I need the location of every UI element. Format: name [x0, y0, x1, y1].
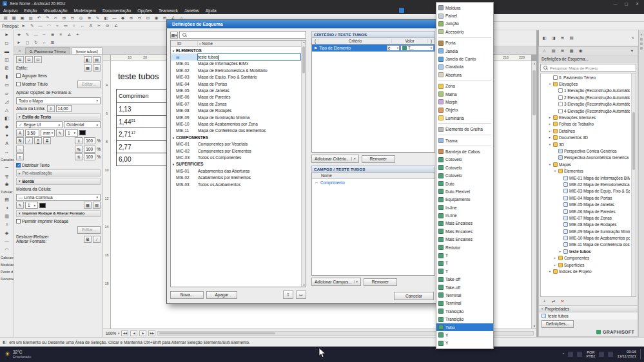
border-color-chip[interactable] [39, 203, 46, 208]
duct-terminal-tool-icon[interactable]: ▥ [3, 212, 12, 220]
scheme-list-row[interactable]: teste tubos [171, 53, 306, 60]
popup-menu-item[interactable]: Cotovelo [436, 164, 493, 171]
equipment-tool-icon[interactable]: ◈ [3, 229, 12, 237]
adicionar-criterio-button[interactable]: Adicionar Critério...▾ [311, 155, 359, 163]
agrupar-itens-checkbox[interactable] [16, 73, 21, 78]
tree-item[interactable]: ▾ Elevações [542, 81, 630, 87]
clone-folder-icon[interactable]: ⇄ [550, 298, 557, 305]
scheme-list-row[interactable]: MIE-09 Mapa de Iluminação Mínima [171, 114, 306, 120]
scroll-up-icon[interactable]: ▲ [532, 62, 537, 65]
previsualizacao-section[interactable]: ▸ Pré-visualização [16, 169, 101, 176]
scrollbar-thumb[interactable] [302, 46, 305, 73]
prev-page-icon[interactable]: ◀ [130, 330, 137, 336]
popup-menu-item[interactable]: Morph [436, 98, 493, 106]
add-item-icon[interactable]: + [541, 298, 548, 305]
pen-select[interactable]: 1 [65, 129, 78, 137]
apagar-button[interactable]: Apagar [206, 291, 237, 299]
document-vertical-scrollbar[interactable]: ▲ ▼ [531, 61, 536, 329]
dialog-titlebar[interactable]: Definições de Esquema [167, 20, 438, 28]
line-spacing-input[interactable] [84, 153, 95, 160]
pen-color-icon[interactable]: ✎ [24, 32, 31, 38]
editar-rodape-button[interactable]: Editar... [77, 226, 101, 234]
toolbox-group-label[interactable]: Cabeam [0, 254, 14, 261]
popup-menu-item[interactable]: Junção [436, 20, 493, 28]
tree-item[interactable]: MIE-08 Mapa de Rodapés [542, 222, 630, 228]
tree-expand-icon[interactable]: ▾ [548, 270, 552, 273]
angle-icon[interactable]: ∠ [66, 32, 73, 38]
popup-menu-item[interactable]: Zona [436, 82, 493, 90]
tree-item[interactable]: ▸ Detalhes [542, 128, 630, 134]
tree-expand-icon[interactable]: ▸ [548, 129, 552, 133]
popup-menu-item[interactable]: Abertura [436, 71, 493, 79]
duct-fitting-tool-icon[interactable]: ◑ [3, 204, 12, 212]
tree-item[interactable]: 1 Elevação (Reconstrução Automática do M… [542, 88, 630, 94]
split-icon[interactable]: ⊘ [104, 23, 111, 29]
unit-select[interactable]: mm [41, 129, 55, 137]
tree-item[interactable]: ▾ Índices de Projeto [542, 268, 630, 274]
adicionar-campos-button[interactable]: Adicionar Campos...▾ [311, 278, 361, 286]
first-page-icon[interactable]: ◀◀ [121, 330, 128, 336]
font-size-input[interactable] [25, 129, 39, 137]
trim-icon[interactable]: ✂ [95, 23, 102, 29]
cut-icon[interactable]: ✂ [52, 15, 59, 21]
toolbox-group-label[interactable]: Modelas [0, 261, 14, 268]
navigator-options-icon[interactable]: ▾ [629, 48, 636, 54]
scheme-list-row[interactable]: MIC-02 Componentes por Elementos [171, 148, 306, 154]
coords-icon[interactable]: + [74, 32, 81, 38]
orbit-icon[interactable]: ◉ [153, 15, 160, 21]
aplicar-formato-select[interactable]: Todo o Mapa [16, 97, 101, 104]
tree-item[interactable]: ▸ Documentos 3D [542, 135, 630, 141]
split-cells-icon[interactable]: ⊟ [25, 56, 33, 63]
line-2d-tool-icon[interactable]: — [3, 237, 12, 245]
layouts-icon[interactable]: ⊞ [559, 35, 566, 41]
menu-item[interactable]: Ajuda [202, 8, 220, 13]
view-map-icon[interactable]: ▤ [550, 48, 557, 54]
schedule-preview[interactable]: teste tubos Comprimen 1,13 1,4451 2,7117… [116, 65, 171, 166]
dimension-tool-icon[interactable]: ↔ [3, 148, 12, 156]
project-map-icon[interactable]: ⌂ [541, 48, 548, 54]
tree-item[interactable]: MIE-01 Mapa de Informações BIMx [542, 175, 630, 181]
tree-item[interactable]: MIE-04 Mapa de Portas [542, 195, 630, 201]
popup-menu-item[interactable]: T [436, 267, 493, 275]
distribuir-texto-checkbox[interactable] [16, 163, 21, 167]
toolbox-group-label[interactable]: Docume [0, 275, 14, 282]
dropdown-icon[interactable]: ▾ [351, 157, 355, 160]
popup-menu-item[interactable]: Terminal [436, 291, 493, 299]
tree-expand-icon[interactable]: ▾ [548, 143, 552, 146]
layers-icon[interactable]: ≣ [86, 15, 93, 21]
grid-icon[interactable]: ⊞ [49, 39, 56, 46]
text-icon[interactable]: A [87, 23, 94, 29]
letter-spacing-input[interactable] [84, 146, 95, 153]
border-pen-select[interactable]: 1 [25, 202, 38, 209]
text-tool-icon[interactable]: A [3, 139, 12, 148]
font-script-select[interactable]: Ocidental [64, 121, 101, 128]
font-family-select[interactable]: ✓Segoe UI [16, 121, 63, 128]
beam-tool-icon[interactable]: ▭ [3, 81, 12, 89]
popup-menu-item[interactable]: Redutor [436, 243, 493, 251]
altura-linha-input[interactable] [56, 105, 72, 112]
scheme-list-row[interactable]: ELEMENTOS [171, 47, 306, 53]
scheme-list-row[interactable]: MIE-08 Mapa de Rodapés [171, 108, 306, 114]
popup-menu-item[interactable]: Painel [436, 12, 493, 19]
schedule-cell[interactable]: 1,4451 [117, 116, 170, 129]
grid-view-icon[interactable]: ▦ [84, 64, 92, 71]
scheme-list-row[interactable]: MIE-11 Mapa de Conferência dos Elementos [171, 128, 306, 134]
marquee-mode-icon[interactable]: ◻ [24, 39, 31, 46]
popup-menu-item[interactable]: T [436, 251, 493, 259]
tree-item[interactable]: 2 Elevação (Reconstrução Automática do M… [542, 94, 630, 100]
publisher-icon[interactable]: ▤ [568, 35, 575, 41]
fit-view-icon[interactable]: ⊡ [144, 15, 151, 21]
format-bold-button[interactable]: B [84, 236, 92, 243]
popup-menu-item[interactable]: Cotovelo [436, 171, 493, 179]
scheme-list-row[interactable]: MIS-01 Acabamentos das Aberturas [171, 167, 306, 174]
paste-icon[interactable]: ⊟ [69, 15, 76, 21]
popup-menu-item[interactable]: Porta [436, 39, 493, 47]
scheme-list-row[interactable]: MIS-02 Acabamentos por Elementos [171, 174, 306, 180]
dropdown-icon[interactable]: ▾ [354, 280, 358, 283]
pen-set-icon[interactable]: ✎ [94, 15, 101, 21]
line-icon[interactable]: — [37, 23, 44, 29]
rect-icon[interactable]: ▭ [62, 23, 69, 29]
schedule-cell[interactable]: 2,7117 [117, 128, 170, 141]
scheme-list-row[interactable]: MIE-07 Mapa de Zonas [171, 100, 306, 107]
views-icon[interactable]: ◨ [550, 35, 557, 41]
